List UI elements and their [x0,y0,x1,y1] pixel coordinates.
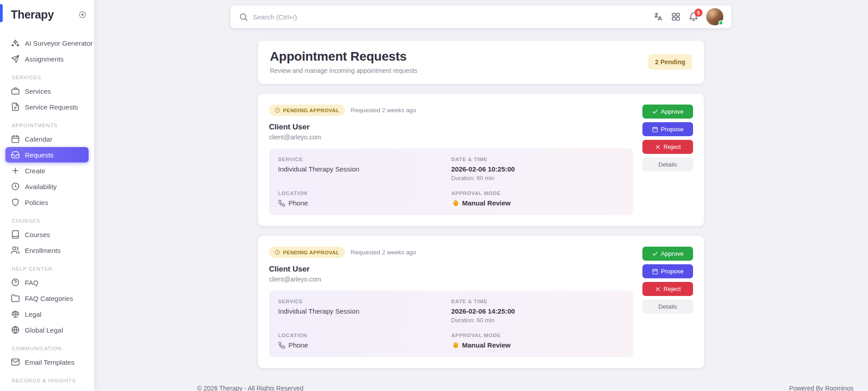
app-logo: Therapy [11,8,54,21]
topbar-icons: 5 [653,8,723,25]
folder-icon [11,294,20,303]
location-value: Phone [278,199,451,207]
sidebar-item-assignments[interactable]: Assignments [5,51,89,67]
details-button[interactable]: Details [642,157,693,172]
sidebar-pin-toggle-icon[interactable] [78,10,87,19]
service-label: SERVICE [278,299,451,304]
datetime-label: DATE & TIME [451,299,624,304]
service-value: Individual Therapy Session [278,307,451,315]
calendar-icon [11,134,20,143]
duration-text: Duration: 60 min [451,317,624,324]
location-label: LOCATION [278,333,451,338]
phone-icon [278,342,285,349]
sidebar-item-availability[interactable]: Availability [5,179,89,194]
sidebar-item-label: Courses [25,231,50,238]
propose-button[interactable]: Propose [642,264,693,278]
language-icon[interactable] [653,12,663,22]
request-status-row: PENDING APPROVAL Requested 2 weeks ago [269,105,633,116]
duration-text: Duration: 60 min [451,175,624,181]
users-icon [11,246,20,255]
status-text: PENDING APPROVAL [283,250,340,255]
sidebar-section-communication: COMMUNICATION [0,346,94,351]
approval-mode-field: APPROVAL MODE Manual Review [451,333,624,349]
content: Appointment Requests Review and manage i… [258,41,704,368]
sidebar-item-enrollments[interactable]: Enrollments [5,243,89,258]
approval-mode-value: Manual Review [451,341,624,349]
request-actions: Approve Propose Reject Details [642,105,693,215]
approval-mode-label: APPROVAL MODE [451,333,624,338]
sidebar-item-faq[interactable]: FAQ [5,275,89,290]
datetime-value: 2026-02-06 14:25:00 [451,307,624,315]
sidebar-item-legal[interactable]: Legal [5,306,89,322]
approve-button[interactable]: Approve [642,105,693,119]
sidebar-item-service-requests[interactable]: Service Requests [5,99,89,114]
help-icon [11,278,20,287]
request-list: PENDING APPROVAL Requested 2 weeks ago C… [258,94,704,368]
page-header-card: Appointment Requests Review and manage i… [258,41,704,84]
logo-accent-bar [0,4,3,22]
sidebar-item-courses[interactable]: Courses [5,227,89,242]
sidebar-item-label: Assignments [25,55,64,63]
sidebar-item-requests[interactable]: Requests [5,147,89,162]
service-value: Individual Therapy Session [278,165,451,173]
datetime-value: 2026-02-06 10:25:00 [451,165,624,173]
sidebar-item-email-templates[interactable]: Email Templates [5,354,89,370]
propose-button[interactable]: Propose [642,122,693,136]
notifications-bell-icon[interactable]: 5 [689,12,698,22]
request-actions: Approve Propose Reject Details [642,247,693,357]
sidebar-item-calendar[interactable]: Calendar [5,131,89,147]
sidebar-item-create[interactable]: Create [5,163,89,178]
calendar-icon [652,126,658,133]
service-label: SERVICE [278,157,451,162]
sidebar-item-label: FAQ Categories [25,295,73,302]
sidebar-item-ai-surveyor-generator[interactable]: AI Surveyor Generator [5,35,89,51]
raised-hand-icon [451,199,459,207]
sidebar-section-courses: COURSES [0,218,94,224]
client-name: Client User [269,123,633,132]
sidebar-item-faq-categories[interactable]: FAQ Categories [5,291,89,306]
clock-icon [274,249,280,255]
sidebar-item-label: Calendar [25,135,52,143]
sparkles-icon [11,38,20,48]
datetime-field: DATE & TIME 2026-02-06 10:25:00 Duration… [451,157,624,181]
approve-button[interactable]: Approve [642,247,693,261]
request-card: PENDING APPROVAL Requested 2 weeks ago C… [258,236,704,368]
request-info-panel: SERVICE Individual Therapy Session DATE … [269,291,633,357]
datetime-label: DATE & TIME [451,157,624,162]
sidebar-item-label: Policies [25,199,48,206]
sidebar-item-policies[interactable]: Policies [5,195,89,210]
search-bar[interactable]: Search (Ctrl+/) [239,12,653,22]
details-button[interactable]: Details [642,300,693,314]
apps-grid-icon[interactable] [671,12,681,22]
location-field: LOCATION Phone [278,333,451,349]
reject-button[interactable]: Reject [642,140,693,154]
check-icon [652,109,658,115]
location-text: Phone [288,341,308,349]
notification-badge: 5 [694,9,703,17]
location-value: Phone [278,341,451,349]
sidebar-item-label: Requests [25,151,53,159]
sidebar-item-label: AI Surveyor Generator [25,39,93,47]
sidebar-item-services[interactable]: Services [5,83,89,99]
reject-button[interactable]: Reject [642,282,693,296]
sidebar-item-label: Services [25,87,51,95]
user-avatar[interactable] [706,8,723,25]
sidebar-section-help-center: HELP CENTER [0,266,94,272]
sidebar-item-label: Availability [25,183,57,191]
sidebar-item-global-legal[interactable]: Global Legal [5,322,89,338]
x-icon [655,144,661,150]
clock-icon [274,107,280,113]
file-text-icon [11,102,20,111]
sidebar: Therapy AI Surveyor GeneratorAssignments… [0,0,94,391]
location-label: LOCATION [278,191,451,196]
client-name: Client User [269,265,633,274]
approval-mode-text: Manual Review [462,341,511,349]
client-email: client@arleyo.com [269,134,633,141]
plus-icon [11,166,20,175]
requested-ago-text: Requested 2 weeks ago [351,107,416,114]
mail-icon [11,358,20,367]
location-text: Phone [288,199,308,207]
calendar-icon [652,268,658,275]
phone-icon [278,200,285,207]
status-badge: PENDING APPROVAL [269,105,345,116]
